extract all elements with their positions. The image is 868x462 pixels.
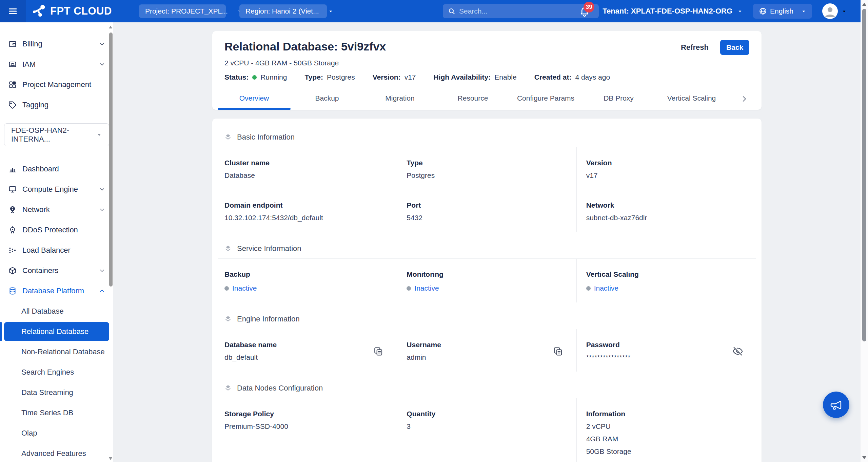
sidebar-scrollbar[interactable] — [109, 33, 113, 287]
vertical-scaling-status-link[interactable]: Inactive — [594, 284, 618, 292]
page-scrollbar-thumb[interactable] — [862, 9, 866, 341]
monitor-icon — [8, 185, 17, 194]
sidebar: Billing IAM Project Management Tagging F… — [0, 22, 113, 462]
hamburger-icon — [8, 6, 18, 16]
tenant-label: Tenant: XPLAT-FDE-OSP-HAN2-ORG — [603, 7, 732, 16]
copy-button[interactable] — [373, 346, 384, 357]
project-dropdown[interactable]: Project: PROJECT_XPL... — [139, 4, 226, 18]
info-cell-database-name: Database name db_default — [218, 329, 397, 372]
back-button[interactable]: Back — [720, 40, 749, 55]
region-dropdown[interactable]: Region: Hanoi 2 (Viet... — [239, 4, 327, 18]
sidebar-subitem-search-engines[interactable]: Search Engines — [0, 362, 113, 382]
caret-down-icon — [801, 8, 807, 14]
sidebar-subitem-label: Relational Database — [21, 327, 88, 336]
inactive-dot — [224, 286, 229, 291]
tenant-dropdown[interactable]: Tenant: XPLAT-FDE-OSP-HAN2-ORG — [603, 7, 743, 16]
tab-vertical-scaling[interactable]: Vertical Scaling — [655, 94, 728, 110]
tabs-overflow-button[interactable] — [740, 94, 749, 103]
tab-backup[interactable]: Backup — [291, 94, 363, 110]
sidebar-subitem-label: Non-Relational Database — [21, 348, 105, 356]
chevron-down-icon — [98, 267, 106, 274]
sidebar-item-load-balancer[interactable]: Load Balancer — [0, 240, 113, 260]
sidebar-item-compute-engine[interactable]: Compute Engine — [0, 179, 113, 200]
sidebar-subitem-time-series-db[interactable]: Time Series DB — [0, 403, 113, 423]
announcement-fab[interactable] — [823, 392, 849, 418]
meta-type: Type: Postgres — [304, 73, 355, 81]
sidebar-item-billing[interactable]: Billing — [0, 34, 113, 54]
info-cell-monitoring: Monitoring Inactive — [397, 259, 576, 302]
sidebar-subitem-advanced-features[interactable]: Advanced Features — [0, 443, 113, 462]
project-dropdown-label: Project: PROJECT_XPL... — [145, 7, 228, 15]
sidebar-subitem-relational-database[interactable]: Relational Database — [4, 322, 109, 341]
sidebar-item-iam[interactable]: IAM — [0, 54, 113, 75]
info-cell-information: Information 2 vCPU4GB RAM50GB Storage — [577, 398, 756, 462]
user-menu[interactable] — [822, 3, 847, 19]
refresh-button[interactable]: Refresh — [681, 43, 709, 52]
section-header-service-information: Service Information — [224, 244, 750, 253]
monitoring-status-link[interactable]: Inactive — [414, 284, 439, 292]
top-navbar: FPT CLOUD Project: PROJECT_XPL... Region… — [0, 0, 861, 22]
tab-migration[interactable]: Migration — [363, 94, 436, 110]
language-label: English — [770, 7, 793, 15]
sidebar-subitem-data-streaming[interactable]: Data Streaming — [0, 382, 113, 403]
sidebar-item-ddos-protection[interactable]: DDoS Protection — [0, 220, 113, 240]
tab-overview[interactable]: Overview — [218, 94, 291, 110]
sidebar-item-label: Tagging — [22, 101, 106, 109]
page-scroll-up-arrow[interactable] — [862, 3, 866, 6]
inactive-dot — [407, 286, 411, 291]
sidebar-item-dashboard[interactable]: Dashboard — [0, 159, 113, 179]
sidebar-item-network[interactable]: Network — [0, 200, 113, 220]
tabs-bar: OverviewBackupMigrationResourceConfigure… — [212, 88, 762, 110]
info-row: Database name db_default Username admin … — [218, 329, 756, 372]
info-cell-port: Port 5432 — [397, 190, 576, 232]
sidebar-item-label: Dashboard — [22, 165, 106, 173]
language-dropdown[interactable]: English — [753, 4, 812, 19]
page-scroll-down-arrow[interactable] — [862, 456, 866, 459]
chevron-down-icon — [98, 61, 106, 68]
sidebar-item-project-management[interactable]: Project Management — [0, 75, 113, 95]
sidebar-item-containers[interactable]: Containers — [0, 260, 113, 281]
tab-db-proxy[interactable]: DB Proxy — [582, 94, 655, 110]
search-input[interactable] — [459, 7, 594, 15]
region-dropdown-label: Region: Hanoi 2 (Viet... — [245, 7, 319, 15]
layers-icon — [224, 245, 232, 253]
sidebar-item-label: IAM — [22, 60, 93, 69]
copy-icon — [553, 346, 564, 357]
sidebar-subitem-non-relational-database[interactable]: Non-Relational Database — [0, 342, 113, 362]
tab-resource[interactable]: Resource — [436, 94, 509, 110]
database-meta-row: Status: Running Type: Postgres Version: … — [212, 73, 762, 81]
sidebar-item-label: Compute Engine — [22, 185, 93, 194]
layers-icon — [224, 133, 232, 142]
notification-badge: 39 — [584, 2, 594, 13]
logo-text: FPT CLOUD — [50, 5, 112, 17]
database-header-card: Relational Database: 5vi9zfvx Refresh Ba… — [212, 31, 762, 110]
toggle-password-button[interactable] — [732, 346, 743, 357]
notifications-button[interactable]: 39 — [579, 4, 592, 19]
sidebar-subitem-all-database[interactable]: All Database — [0, 301, 113, 321]
tab-configure-params[interactable]: Configure Params — [509, 94, 582, 110]
copy-button[interactable] — [553, 346, 564, 357]
info-cell-password: Password **************** — [577, 329, 756, 372]
org-select-label: FDE-OSP-HAN2-INTERNA... — [11, 126, 96, 144]
sidebar-item-label: Database Platform — [22, 287, 93, 295]
page-scrollbar-track[interactable] — [861, 0, 868, 462]
sidebar-scroll-up-arrow[interactable] — [109, 26, 112, 28]
radar-shield-icon — [8, 226, 17, 234]
hamburger-menu-button[interactable] — [0, 0, 26, 22]
sidebar-subitem-label: Time Series DB — [21, 408, 73, 417]
copy-icon — [373, 346, 384, 357]
org-select[interactable]: FDE-OSP-HAN2-INTERNA... — [4, 123, 109, 146]
database-specs: 2 vCPU - 4GB RAM - 50GB Storage — [212, 59, 762, 67]
sidebar-scroll-down-arrow[interactable] — [109, 457, 112, 460]
info-cell-network: Network subnet-db-xaz76dlr — [577, 190, 756, 232]
sidebar-subitem-label: Olap — [21, 429, 37, 438]
sidebar-item-database-platform[interactable]: Database Platform — [0, 281, 113, 301]
sidebar-subitem-olap[interactable]: Olap — [0, 423, 113, 443]
sidebar-item-tagging[interactable]: Tagging — [0, 95, 113, 115]
info-cell-backup: Backup Inactive — [218, 259, 397, 302]
info-cell-quantity: Quantity 3 — [397, 398, 576, 462]
sidebar-subitem-label: All Database — [21, 307, 64, 316]
eye-off-icon — [732, 346, 743, 357]
meta-high-availability: High Availability: Enable — [433, 73, 516, 81]
backup-status-link[interactable]: Inactive — [232, 284, 257, 292]
